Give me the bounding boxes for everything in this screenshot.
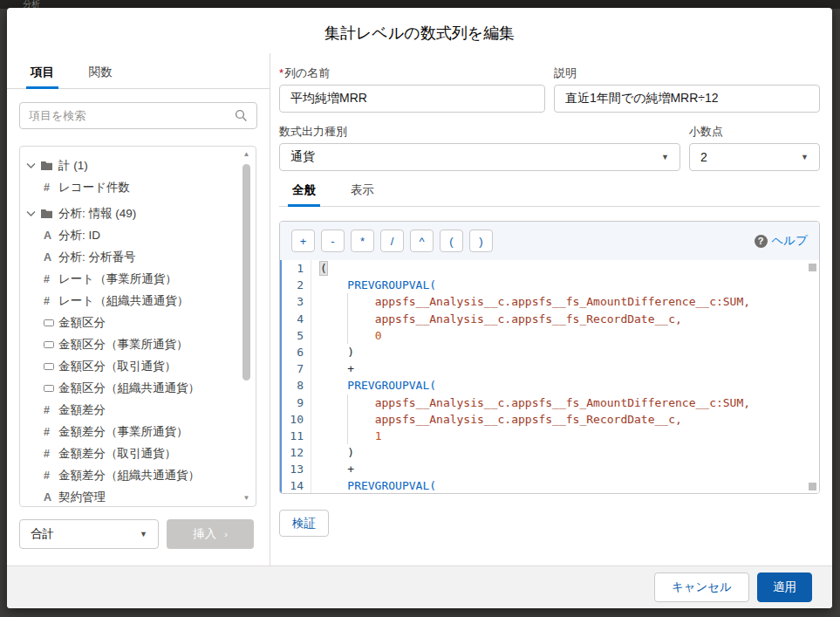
line-number: 7 (280, 360, 311, 377)
tree-item-label: 金額区分（組織共通通貨） (58, 380, 200, 396)
tree-item-label: 金額差分（取引通貨） (58, 446, 176, 462)
line-number: 11 (280, 428, 311, 444)
tab-general[interactable]: 全般 (288, 182, 320, 206)
tree-field-item[interactable]: #金額差分 (20, 399, 256, 421)
editor-vscrollbar-thumb[interactable] (809, 264, 816, 271)
description-input[interactable] (554, 85, 820, 113)
number-field-icon: # (44, 295, 58, 307)
chevron-down-icon (26, 210, 36, 217)
code-line: 12 ) (280, 444, 819, 461)
scroll-down-icon[interactable]: ▼ (242, 495, 251, 502)
tree-scrollbar-thumb[interactable] (242, 164, 250, 380)
formula-editor[interactable]: +-*/^() ? ヘルプ 1(2 PREVGROUPVAL(3 appsfs_… (279, 221, 820, 494)
text-field-icon: A (44, 251, 58, 264)
chevron-down-icon: ▼ (801, 153, 809, 161)
tree-scrollbar: ▲ ▼ (242, 151, 251, 502)
tree-folder[interactable]: 計 (1) (20, 154, 256, 176)
tree-field-item[interactable]: 金額区分（事業所通貨） (20, 333, 256, 355)
scroll-up-icon[interactable]: ▲ (242, 151, 251, 158)
picklist-field-icon (44, 340, 54, 349)
output-type-value: 通貨 (290, 149, 315, 165)
cancel-button[interactable]: キャンセル (654, 572, 749, 602)
picklist-field-icon (44, 362, 54, 371)
number-field-icon: # (44, 182, 58, 194)
insert-button[interactable]: 挿入 › (167, 519, 254, 549)
code-line: 5 0 (280, 327, 819, 344)
column-name-label: *列の名前 (279, 65, 545, 81)
validate-button[interactable]: 検証 (279, 510, 329, 537)
operator-button[interactable]: + (291, 230, 315, 252)
aggregation-select[interactable]: 合計 ▼ (19, 519, 159, 549)
code-line: 4 appsfs__Analysis__c.appsfs__fs_RecordD… (280, 311, 819, 327)
tree-field-item[interactable]: #金額差分（取引通貨） (20, 442, 256, 464)
tree-field-item[interactable]: #レコード件数 (20, 176, 256, 198)
tree-field-item[interactable]: #レート（組織共通通貨） (20, 290, 256, 312)
line-number: 8 (280, 377, 311, 394)
editor-hscrollbar-thumb[interactable] (809, 483, 816, 490)
tree-field-item[interactable]: 金額区分 (20, 312, 256, 333)
fields-panel: 項目 関数 計 (1)#レコード件数分析: 情報 (49)A分析: IDA分析:… (7, 53, 270, 566)
chevron-down-icon: ▼ (661, 153, 669, 161)
tree-item-label: 金額区分（取引通貨） (58, 359, 176, 374)
code-line: 7 + (280, 360, 819, 377)
tree-field-item[interactable]: 金額区分（組織共通通貨） (20, 377, 256, 399)
tree-item-label: 金額差分 (58, 402, 106, 418)
code-line: 2 PREVGROUPVAL( (280, 277, 819, 293)
operator-button[interactable]: / (380, 230, 404, 252)
decimal-value: 2 (700, 150, 707, 164)
insert-button-label: 挿入 (193, 526, 216, 542)
operator-button[interactable]: ( (440, 230, 463, 252)
number-field-icon: # (44, 426, 58, 438)
column-name-input[interactable] (279, 85, 545, 113)
tree-item-label: 分析: 分析番号 (58, 250, 136, 265)
line-number: 5 (280, 327, 311, 344)
output-type-field: 数式出力種別 通貨 ▼ (279, 124, 680, 171)
code-line: 8 PREVGROUPVAL( (280, 377, 819, 394)
operator-button[interactable]: * (351, 230, 374, 252)
search-icon (235, 109, 248, 122)
tree-item-label: レコード件数 (58, 180, 130, 195)
field-tree: 計 (1)#レコード件数分析: 情報 (49)A分析: IDA分析: 分析番号#… (19, 146, 256, 507)
tree-field-item[interactable]: #レート（事業所通貨） (20, 268, 256, 290)
code-line: 11 1 (280, 428, 819, 444)
code-line: 3 appsfs__Analysis__c.appsfs__fs_AmountD… (280, 293, 819, 310)
decimal-field: 小数点 2 ▼ (689, 124, 820, 171)
folder-icon (40, 208, 53, 219)
line-number: 3 (280, 293, 311, 310)
tab-fields[interactable]: 項目 (26, 65, 58, 88)
tab-functions[interactable]: 関数 (85, 65, 117, 88)
field-search-input[interactable] (29, 109, 235, 122)
picklist-field-icon (44, 384, 54, 393)
help-link[interactable]: ? ヘルプ (755, 233, 808, 249)
tree-field-item[interactable]: #金額差分（事業所通貨） (20, 421, 256, 442)
tree-item-label: 契約管理 (58, 490, 106, 505)
formula-code-area[interactable]: 1(2 PREVGROUPVAL(3 appsfs__Analysis__c.a… (280, 260, 819, 493)
help-icon: ? (755, 235, 768, 248)
tree-field-item[interactable]: #金額差分（組織共通通貨） (20, 464, 256, 486)
text-field-icon: A (44, 230, 58, 242)
tree-field-item[interactable]: A分析: ID (20, 224, 256, 246)
line-number: 13 (280, 461, 311, 477)
indent-guide (347, 293, 348, 310)
tree-field-item[interactable]: 金額区分（取引通貨） (20, 355, 256, 377)
line-number: 1 (280, 260, 311, 277)
number-field-icon: # (44, 273, 58, 285)
chevron-down-icon: ▼ (140, 530, 147, 538)
tree-folder[interactable]: 分析: 情報 (49) (20, 202, 256, 224)
line-number: 14 (280, 477, 311, 494)
tree-item-label: 分析: 情報 (49) (58, 206, 136, 222)
apply-button[interactable]: 適用 (757, 572, 812, 602)
indent-guide (347, 428, 348, 444)
tree-field-item[interactable]: A分析: 分析番号 (20, 246, 256, 268)
description-label: 説明 (554, 65, 820, 81)
picklist-field-icon (44, 319, 54, 327)
aggregation-select-value: 合計 (31, 526, 54, 542)
operator-button[interactable]: ^ (410, 230, 434, 252)
output-type-select[interactable]: 通貨 ▼ (279, 143, 680, 171)
operator-button[interactable]: ) (469, 230, 493, 252)
tree-item-label: 金額区分（事業所通貨） (58, 337, 188, 353)
operator-button[interactable]: - (321, 230, 345, 252)
tree-field-item[interactable]: A契約管理 (20, 486, 256, 507)
decimal-select[interactable]: 2 ▼ (689, 143, 820, 171)
tab-display[interactable]: 表示 (346, 182, 379, 206)
